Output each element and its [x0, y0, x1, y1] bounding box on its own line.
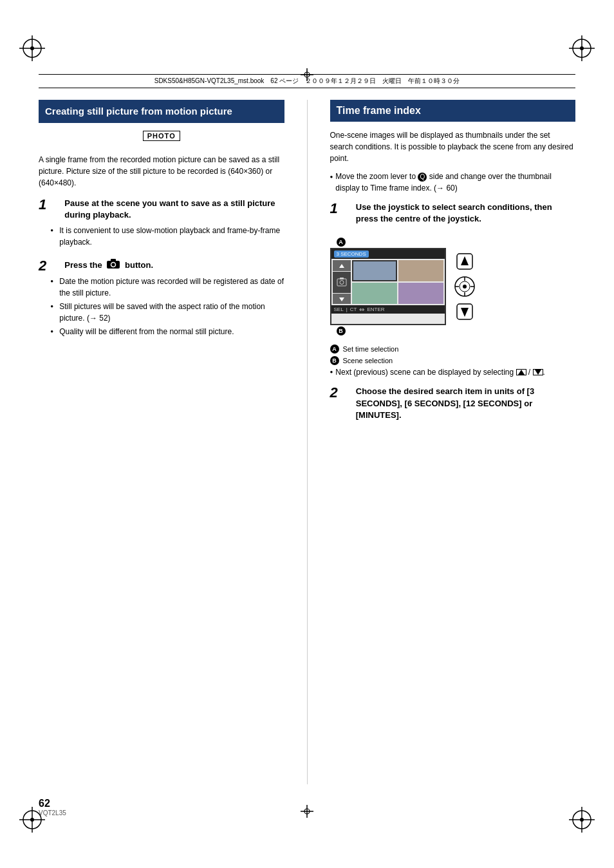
time-badge: 3 SECONDS: [334, 250, 369, 258]
right-step-1-title: Use the joystick to select search condit…: [342, 202, 575, 225]
screen-btn-down: [333, 294, 351, 305]
screen-arrow: ⇔: [359, 306, 364, 313]
svg-point-29: [463, 285, 467, 288]
corner-mark-tr: [569, 35, 595, 61]
bullet-dot: ●: [330, 369, 333, 375]
screen-sidebar: [333, 260, 351, 304]
joystick-down-icon: [456, 303, 474, 321]
header-bar: SDKS50&H85GN-VQT2L35_mst.book 62 ページ ２００…: [39, 74, 575, 88]
screen-bottom-bar: SEL | CT ⇔ ENTER: [331, 305, 445, 314]
thumb-3: [352, 283, 397, 304]
screen-content: [331, 259, 445, 305]
thumbnail-grid: [352, 260, 443, 304]
page-number: 62: [39, 798, 66, 809]
marker-b-row: B: [337, 326, 446, 335]
step-1-title: Pause at the scene you want to save as a…: [50, 198, 284, 221]
arrow-down-icon: [533, 369, 543, 375]
screen-enter: ENTER: [367, 307, 384, 312]
left-section-header: Creating still picture from motion pictu…: [39, 100, 284, 123]
main-content: Creating still picture from motion pictu…: [39, 100, 575, 784]
svg-rect-23: [340, 278, 344, 279]
svg-point-15: [580, 818, 584, 822]
screen-btn-photo: [333, 272, 351, 293]
camera-icon: [107, 259, 120, 272]
left-step-2: 2 Press the button.: [39, 259, 284, 339]
left-title: Creating still picture from motion pictu…: [45, 106, 232, 117]
thumb-1: [352, 260, 397, 281]
svg-point-24: [340, 281, 344, 285]
svg-marker-36: [518, 370, 525, 375]
step-2-title: Press the button.: [50, 259, 284, 272]
screen-sep: |: [346, 307, 348, 312]
right-title: Time frame index: [337, 105, 421, 116]
step-2-title-text: Press the: [64, 259, 102, 269]
screen-wrapper: A 3 SECONDS: [330, 238, 446, 335]
thumb-2: [398, 260, 443, 281]
page-info: 62 VQT2L35: [39, 798, 66, 816]
marker-b-label-circle: B: [330, 356, 339, 365]
svg-marker-37: [535, 370, 541, 375]
right-step-2-title: Choose the desired search item in units …: [342, 386, 575, 421]
svg-point-11: [30, 818, 34, 822]
step-1-bullets: It is convenient to use slow-motion play…: [50, 225, 284, 248]
marker-b-label-row: B Scene selection: [330, 356, 576, 365]
right-intro: One-scene images will be displayed as th…: [330, 129, 576, 164]
model-number: VQT2L35: [39, 809, 66, 816]
svg-marker-35: [461, 308, 469, 317]
step-2-title-suffix: button.: [125, 259, 153, 269]
screen-bottom-text: SEL: [334, 307, 344, 312]
step-1-bullet-1: It is convenient to use slow-motion play…: [50, 225, 284, 248]
svg-point-3: [30, 46, 34, 50]
marker-b-circle: B: [337, 326, 346, 335]
step-2-bullet-1: Date the motion picture was recorded wil…: [50, 276, 284, 299]
svg-point-7: [580, 46, 584, 50]
screen-image: 3 SECONDS: [330, 248, 446, 325]
next-bullet-row: ● Next (previous) scene can be displayed…: [330, 368, 576, 377]
zoom-text: Move the zoom lever to Q side and change…: [335, 171, 575, 194]
screen-ct: CT: [350, 307, 357, 312]
photo-badge: PHOTO: [143, 131, 180, 141]
screen-area: A 3 SECONDS: [330, 238, 576, 335]
corner-mark-tl: [19, 35, 45, 61]
right-step-2: 2 Choose the desired search item in unit…: [330, 386, 576, 425]
thumb-4: [398, 283, 443, 304]
left-column: Creating still picture from motion pictu…: [39, 100, 291, 784]
bottom-crosshair: [301, 805, 313, 821]
marker-a-label: Set time selection: [343, 345, 399, 353]
svg-rect-20: [111, 259, 116, 261]
next-bullet-text: Next (previous) scene can be displayed b…: [335, 368, 545, 377]
zoom-q-icon: Q: [418, 173, 427, 182]
step-2-bullet-2: Still pictures will be saved with the as…: [50, 301, 284, 324]
marker-a-circle: A: [337, 238, 346, 247]
marker-a-label-circle: A: [330, 344, 339, 354]
zoom-bullet: Move the zoom lever to Q side and change…: [330, 171, 576, 194]
screen-top-bar: 3 SECONDS: [331, 249, 445, 259]
step-2-bullets: Date the motion picture was recorded wil…: [50, 276, 284, 337]
left-step-1: 1 Pause at the scene you want to save as…: [39, 198, 284, 250]
marker-a-row: A: [337, 238, 446, 247]
screen-btn-up: [333, 260, 351, 271]
svg-rect-22: [337, 279, 346, 286]
step-2-bullet-3: Quality will be different from the norma…: [50, 326, 284, 337]
joystick-up-icon: [456, 252, 474, 270]
marker-labels: A Set time selection B Scene selection: [330, 344, 576, 365]
right-step-1: 1 Use the joystick to select search cond…: [330, 202, 576, 229]
marker-b-label: Scene selection: [343, 357, 393, 364]
arrow-up-icon: [516, 369, 526, 375]
joystick-icons: [454, 252, 476, 321]
column-divider: [307, 100, 308, 784]
right-column: Time frame index One-scene images will b…: [324, 100, 576, 784]
right-step-2-number: 2: [330, 386, 338, 400]
right-step-1-number: 1: [330, 202, 338, 216]
joystick-center-icon: [454, 276, 476, 297]
step-1-number: 1: [39, 198, 46, 212]
step-2-number: 2: [39, 259, 46, 273]
svg-marker-26: [461, 256, 469, 265]
marker-a-label-row: A Set time selection: [330, 344, 576, 354]
right-section-header: Time frame index: [330, 100, 576, 122]
left-intro: A single frame from the recorded motion …: [39, 154, 284, 189]
